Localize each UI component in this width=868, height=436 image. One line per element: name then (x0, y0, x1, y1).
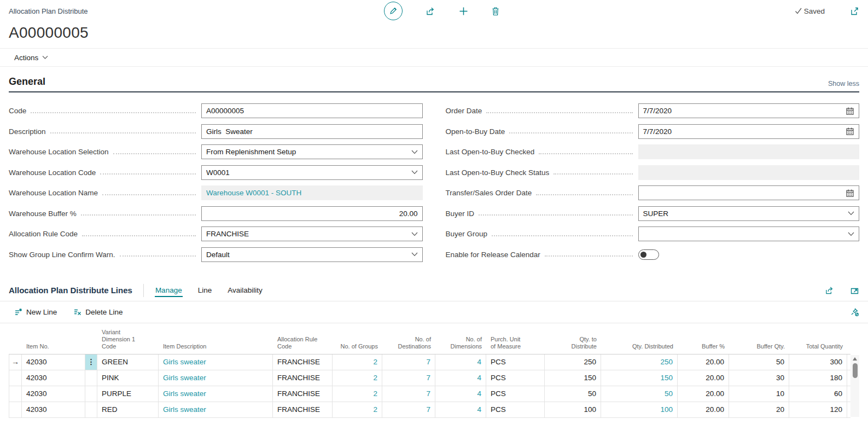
cell-item-description-link[interactable]: Girls sweater (159, 402, 273, 417)
enable-for-release-calendar-toggle[interactable] (638, 249, 659, 260)
cell-qty-to-distribute[interactable]: 50 (545, 386, 601, 402)
column-header-variant-dimension-1-code[interactable]: Variant Dimension 1 Code (97, 329, 159, 354)
cell-buffer-pct[interactable]: 20.00 (678, 402, 729, 417)
cell-qty-to-distribute[interactable]: 250 (545, 354, 601, 370)
cell-no-of-dimensions-link[interactable]: 4 (435, 370, 486, 386)
cell-buffer-qty[interactable]: 20 (729, 402, 789, 417)
cell-no-of-dimensions-link[interactable]: 4 (435, 386, 486, 402)
show-group-line-confirm-warn-select[interactable]: Default (201, 247, 423, 262)
column-header-item-no[interactable]: Item No. (22, 343, 85, 354)
calendar-icon[interactable] (846, 189, 854, 197)
cell-no-of-groups-link[interactable]: 2 (333, 386, 382, 402)
focus-mode-button[interactable] (850, 286, 859, 295)
allocation-rule-code-select[interactable]: FRANCHISE (201, 226, 423, 241)
tab-manage[interactable]: Manage (155, 281, 183, 300)
row-menu-cell[interactable] (85, 386, 97, 402)
warehouse-location-selection-select[interactable]: From Replenishment Setup (201, 144, 423, 159)
cell-purch-uom[interactable]: PCS (486, 370, 545, 386)
column-header-allocation-rule-code[interactable]: Allocation Rule Code (273, 336, 333, 354)
open-to-buy-date-input[interactable]: 7/7/2020 (638, 124, 860, 139)
column-header-no-of-destinations[interactable]: No. of Destinations (382, 336, 435, 354)
edit-button[interactable] (384, 2, 403, 20)
scrollbar-up-arrow[interactable] (853, 357, 857, 361)
delete-line-button[interactable]: Delete Line (73, 308, 123, 316)
cell-no-of-destinations-link[interactable]: 7 (382, 386, 435, 402)
cell-variant-code[interactable]: RED (97, 402, 159, 417)
share-button[interactable] (426, 7, 436, 16)
show-less-link[interactable]: Show less (828, 80, 859, 88)
column-header-buffer-pct[interactable]: Buffer % (678, 343, 729, 354)
cell-item-description-link[interactable]: Girls sweater (159, 354, 273, 370)
transfer-sales-order-date-input[interactable] (638, 185, 860, 200)
cell-item-no[interactable]: 42030 (22, 402, 85, 417)
row-menu-cell[interactable] (85, 370, 97, 386)
column-header-item-description[interactable]: Item Description (159, 343, 273, 354)
cell-variant-code[interactable]: PINK (97, 370, 159, 386)
breadcrumb[interactable]: Allocation Plan Distribute (9, 7, 88, 15)
open-in-new-window-button[interactable] (850, 7, 859, 16)
column-header-total-quantity[interactable]: Total Quantity (789, 343, 847, 354)
column-header-no-of-dimensions[interactable]: No. of Dimensions (435, 336, 486, 354)
cell-buffer-pct[interactable]: 20.00 (678, 370, 729, 386)
cell-no-of-destinations-link[interactable]: 7 (382, 354, 435, 370)
cell-allocation-rule-code[interactable]: FRANCHISE (273, 354, 333, 370)
column-header-qty-distributed[interactable]: Qty. Distributed (601, 343, 678, 354)
cell-item-no[interactable]: 42030 (22, 386, 85, 402)
cell-no-of-dimensions-link[interactable]: 4 (435, 402, 486, 417)
column-header-qty-to-distribute[interactable]: Qty. to Distribute (545, 336, 601, 354)
cell-buffer-pct[interactable]: 20.00 (678, 386, 729, 402)
share-lines-button[interactable] (825, 286, 835, 295)
cell-purch-uom[interactable]: PCS (486, 354, 545, 370)
cell-no-of-groups-link[interactable]: 2 (333, 370, 382, 386)
cell-allocation-rule-code[interactable]: FRANCHISE (273, 370, 333, 386)
cell-variant-code[interactable]: GREEN (97, 354, 159, 370)
cell-purch-uom[interactable]: PCS (486, 386, 545, 402)
cell-no-of-groups-link[interactable]: 2 (333, 402, 382, 417)
cell-qty-distributed-link[interactable]: 250 (601, 354, 678, 370)
description-input[interactable]: Girls Sweater (201, 124, 423, 139)
calendar-icon[interactable] (846, 127, 854, 136)
cell-no-of-groups-link[interactable]: 2 (333, 354, 382, 370)
cell-buffer-pct[interactable]: 20.00 (678, 354, 729, 370)
cell-buffer-qty[interactable]: 50 (729, 354, 789, 370)
cell-no-of-destinations-link[interactable]: 7 (382, 402, 435, 417)
cell-qty-distributed-link[interactable]: 50 (601, 386, 678, 402)
cell-item-description-link[interactable]: Girls sweater (159, 386, 273, 402)
tab-availability[interactable]: Availability (227, 281, 263, 300)
cell-total-quantity[interactable]: 180 (789, 370, 847, 386)
calendar-icon[interactable] (846, 107, 854, 115)
warehouse-location-code-select[interactable]: W0001 (201, 165, 423, 180)
cell-buffer-qty[interactable]: 30 (729, 370, 789, 386)
column-header-no-of-groups[interactable]: No. of Groups (333, 343, 382, 354)
warehouse-location-name-link[interactable]: Warehouse W0001 - SOUTH (206, 189, 418, 197)
buyer-group-select[interactable] (638, 226, 860, 241)
scrollbar-thumb[interactable] (853, 363, 858, 378)
cell-buffer-qty[interactable]: 10 (729, 386, 789, 402)
cell-qty-to-distribute[interactable]: 100 (545, 402, 601, 417)
unpin-pane-button[interactable] (850, 307, 859, 317)
delete-button[interactable] (491, 7, 500, 16)
code-input[interactable]: A00000005 (201, 103, 423, 118)
cell-total-quantity[interactable]: 300 (789, 354, 847, 370)
cell-item-no[interactable]: 42030 (22, 370, 85, 386)
cell-total-quantity[interactable]: 120 (789, 402, 847, 417)
buyer-id-select[interactable]: SUPER (638, 206, 860, 221)
cell-allocation-rule-code[interactable]: FRANCHISE (273, 402, 333, 417)
cell-item-no[interactable]: 42030 (22, 354, 85, 370)
cell-no-of-destinations-link[interactable]: 7 (382, 370, 435, 386)
row-menu-ellipsis-icon[interactable]: ⋮ (85, 354, 97, 370)
cell-item-description-link[interactable]: Girls sweater (159, 370, 273, 386)
column-header-purch-unit-of-measure[interactable]: Purch. Unit of Measure (486, 336, 545, 354)
cell-qty-to-distribute[interactable]: 150 (545, 370, 601, 386)
tab-line[interactable]: Line (197, 281, 213, 300)
cell-qty-distributed-link[interactable]: 100 (601, 402, 678, 417)
cell-qty-distributed-link[interactable]: 150 (601, 370, 678, 386)
actions-menu[interactable]: Actions (9, 54, 48, 62)
add-button[interactable] (459, 7, 468, 16)
cell-no-of-dimensions-link[interactable]: 4 (435, 354, 486, 370)
cell-purch-uom[interactable]: PCS (486, 402, 545, 417)
order-date-input[interactable]: 7/7/2020 (638, 103, 860, 118)
new-line-button[interactable]: New Line (14, 308, 57, 316)
row-menu-cell[interactable] (85, 402, 97, 417)
table-vertical-scrollbar[interactable] (850, 355, 859, 417)
